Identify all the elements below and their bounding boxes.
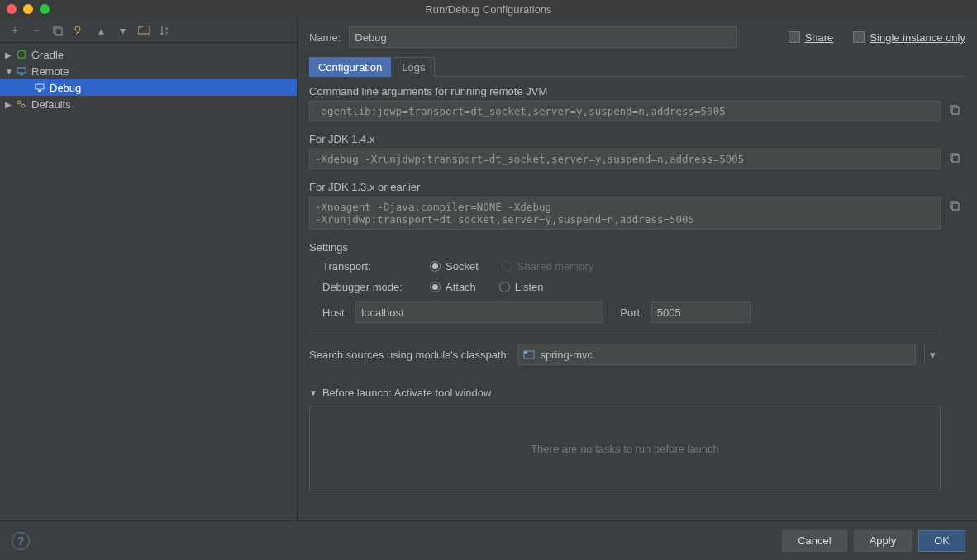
port-input[interactable] bbox=[651, 301, 751, 323]
svg-point-5 bbox=[17, 50, 26, 59]
maximize-window-icon[interactable] bbox=[40, 4, 50, 14]
config-tree: ▶ Gradle ▼ Remote Debug ▶ bbox=[0, 43, 297, 520]
svg-rect-19 bbox=[524, 351, 527, 354]
svg-rect-17 bbox=[952, 203, 959, 210]
tree-item-debug[interactable]: Debug bbox=[0, 79, 297, 96]
chevron-right-icon: ▶ bbox=[5, 50, 15, 59]
select-value: spring-mvc bbox=[540, 349, 593, 361]
apply-button[interactable]: Apply bbox=[854, 530, 913, 552]
chevron-down-icon: ▼ bbox=[5, 67, 15, 76]
debugger-listen-radio[interactable]: Listen bbox=[499, 281, 544, 293]
radio-label: Shared memory bbox=[517, 260, 593, 273]
before-launch-title: Before launch: Activate tool window bbox=[322, 387, 492, 399]
svg-rect-15 bbox=[952, 155, 959, 162]
empty-text: There are no tasks to run before launch bbox=[531, 443, 719, 455]
folder-button[interactable] bbox=[136, 22, 152, 39]
close-window-icon[interactable] bbox=[7, 4, 17, 14]
svg-rect-6 bbox=[17, 68, 26, 73]
debugger-attach-radio[interactable]: Attach bbox=[430, 281, 476, 293]
tree-item-defaults[interactable]: ▶ Defaults bbox=[0, 96, 297, 112]
cmd-args-label: Command line arguments for running remot… bbox=[309, 85, 941, 97]
radio-label: Socket bbox=[446, 260, 479, 273]
transport-shared-radio: Shared memory bbox=[502, 260, 593, 273]
single-instance-label: Single instance only bbox=[870, 31, 965, 44]
radio-icon bbox=[430, 261, 441, 272]
chevron-down-icon: ▼ bbox=[309, 388, 317, 397]
transport-socket-radio[interactable]: Socket bbox=[430, 260, 479, 273]
cmd-args-field[interactable]: -agentlib:jdwp=transport=dt_socket,serve… bbox=[309, 101, 941, 121]
svg-rect-13 bbox=[952, 107, 959, 114]
module-classpath-label: Search sources using module's classpath: bbox=[309, 349, 509, 361]
radio-icon bbox=[499, 282, 510, 292]
radio-label: Listen bbox=[515, 281, 544, 293]
window-controls bbox=[7, 4, 50, 14]
tab-configuration[interactable]: Configuration bbox=[309, 57, 391, 77]
svg-rect-9 bbox=[38, 90, 41, 92]
jdk13-field[interactable]: -Xnoagent -Djava.compiler=NONE -Xdebug -… bbox=[309, 197, 941, 230]
window-title: Run/Debug Configurations bbox=[7, 3, 970, 16]
chevron-down-icon[interactable]: ▾ bbox=[924, 344, 941, 364]
jdk14-label: For JDK 1.4.x bbox=[309, 133, 941, 145]
checkbox-icon bbox=[789, 31, 800, 43]
tab-logs[interactable]: Logs bbox=[393, 57, 434, 77]
main-panel: Name: Share Single instance only Configu… bbox=[298, 18, 977, 520]
svg-point-10 bbox=[17, 101, 21, 104]
move-up-button[interactable]: ▴ bbox=[93, 22, 109, 39]
radio-icon bbox=[430, 282, 441, 292]
module-classpath-select[interactable]: spring-mvc bbox=[517, 344, 916, 365]
svg-text:z: z bbox=[165, 31, 168, 36]
tree-item-gradle[interactable]: ▶ Gradle bbox=[0, 46, 297, 63]
sidebar: ＋ － ▴ ▾ az ▶ Gradle bbox=[0, 18, 298, 520]
jdk14-field[interactable]: -Xdebug -Xrunjdwp:transport=dt_socket,se… bbox=[309, 149, 941, 169]
radio-icon bbox=[502, 261, 512, 272]
settings-title: Settings bbox=[309, 241, 941, 254]
copy-icon[interactable] bbox=[947, 198, 962, 213]
save-config-button[interactable] bbox=[71, 22, 88, 39]
share-label: Share bbox=[805, 31, 834, 44]
svg-rect-7 bbox=[20, 74, 23, 75]
tree-label: Remote bbox=[31, 65, 69, 78]
transport-label: Transport: bbox=[322, 260, 413, 273]
footer: ? Cancel Apply OK bbox=[0, 520, 977, 560]
radio-label: Attach bbox=[446, 281, 476, 293]
port-label: Port: bbox=[620, 306, 642, 319]
titlebar: Run/Debug Configurations bbox=[0, 0, 977, 18]
sort-button[interactable]: az bbox=[157, 22, 174, 39]
copy-icon[interactable] bbox=[947, 150, 962, 165]
defaults-icon bbox=[15, 97, 28, 111]
checkbox-icon bbox=[853, 31, 865, 43]
single-instance-checkbox-group[interactable]: Single instance only bbox=[853, 31, 965, 44]
cancel-button[interactable]: Cancel bbox=[782, 530, 846, 552]
host-input[interactable] bbox=[355, 301, 603, 323]
help-button[interactable]: ? bbox=[12, 532, 30, 550]
debugger-mode-label: Debugger mode: bbox=[322, 281, 413, 293]
svg-rect-8 bbox=[36, 84, 44, 89]
svg-point-2 bbox=[75, 26, 80, 31]
move-down-button[interactable]: ▾ bbox=[114, 22, 131, 39]
svg-rect-1 bbox=[55, 28, 62, 35]
sidebar-toolbar: ＋ － ▴ ▾ az bbox=[0, 18, 297, 43]
remote-icon bbox=[33, 81, 46, 94]
config-panel: Command line arguments for running remot… bbox=[309, 85, 965, 491]
before-launch-toggle[interactable]: ▼ Before launch: Activate tool window bbox=[309, 387, 941, 399]
module-icon bbox=[523, 349, 535, 360]
before-launch-list: There are no tasks to run before launch bbox=[309, 406, 941, 491]
svg-point-11 bbox=[21, 104, 25, 107]
remote-icon bbox=[15, 64, 28, 78]
copy-config-button[interactable] bbox=[50, 22, 66, 39]
name-input[interactable] bbox=[349, 26, 737, 48]
chevron-right-icon: ▶ bbox=[5, 100, 15, 109]
jdk13-label: For JDK 1.3.x or earlier bbox=[309, 181, 941, 193]
tree-label: Debug bbox=[50, 82, 81, 94]
tree-item-remote[interactable]: ▼ Remote bbox=[0, 63, 297, 79]
minimize-window-icon[interactable] bbox=[23, 4, 33, 14]
gradle-icon bbox=[15, 48, 28, 61]
remove-config-button[interactable]: － bbox=[28, 22, 45, 39]
host-label: Host: bbox=[322, 306, 347, 319]
tabs: Configuration Logs bbox=[309, 56, 965, 77]
add-config-button[interactable]: ＋ bbox=[7, 22, 23, 39]
ok-button[interactable]: OK bbox=[918, 530, 965, 552]
copy-icon[interactable] bbox=[947, 102, 962, 117]
tree-label: Gradle bbox=[31, 49, 64, 61]
share-checkbox-group[interactable]: Share bbox=[789, 31, 834, 44]
